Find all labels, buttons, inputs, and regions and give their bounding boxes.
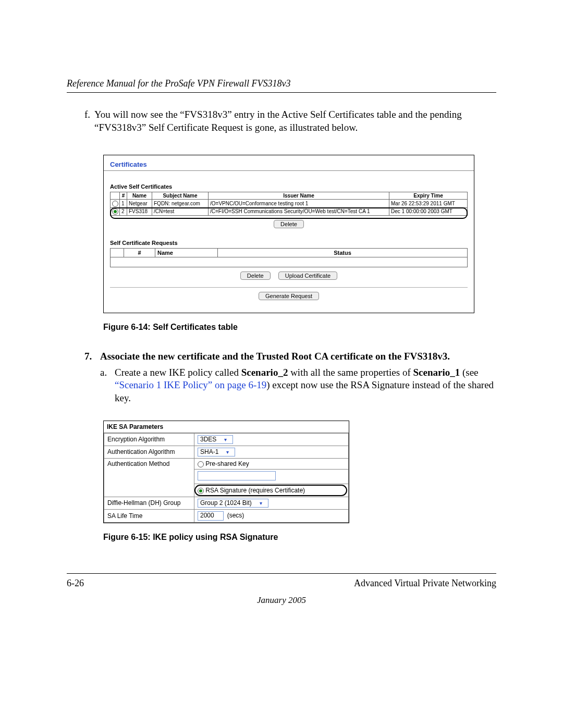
figure-6-15-caption: Figure 6-15: IKE policy using RSA Signat… [103,533,496,542]
psk-label: Pre-shared Key [205,460,249,467]
step-7-text: Associate the new certificate and the Tr… [100,350,450,363]
encryption-label: Encryption Algorithm [104,433,194,446]
figure-6-14-caption: Figure 6-14: Self Certificates table [103,323,496,332]
psk-radio[interactable] [198,461,204,467]
auth-method-label: Authentication Method [104,458,194,497]
step-7a-text: Create a new IKE policy called Scenario_… [115,366,496,405]
row2-num: 2 [120,207,127,215]
encryption-dropdown[interactable]: 3DES ▾ [198,435,233,444]
chevron-down-icon: ▾ [219,436,232,443]
table-row[interactable]: 2 FVS318 /CN=test /C=FI/O=SSH Communicat… [111,207,468,215]
self-cert-request-table: # Name Status [110,248,468,267]
psk-input[interactable] [198,471,276,480]
row1-name: Netgear [127,200,152,207]
row1-num: 1 [120,200,127,207]
auth-alg-label: Authentication Algorithm [104,446,194,458]
dh-group-dropdown[interactable]: Group 2 (1024 Bit) ▾ [198,499,268,508]
page-number: 6-26 [67,578,84,589]
footer-date: January 2005 [67,595,496,606]
certificates-panel: Certificates Active Self Certificates # … [103,155,474,313]
auth-alg-dropdown[interactable]: SHA-1 ▾ [198,448,235,456]
sa-life-input[interactable]: 2000 [198,511,224,521]
col-radio [111,192,120,200]
sa-life-unit: (secs) [227,512,244,519]
req-col-name: Name [155,249,218,257]
chevron-down-icon: ▾ [222,448,235,456]
running-header: Reference Manual for the ProSafe VPN Fir… [67,78,496,93]
delete-request-button[interactable]: Delete [240,272,271,280]
col-expiry: Expiry Time [389,192,468,200]
rsa-radio[interactable] [198,488,204,494]
row2-issuer: /C=FI/O=SSH Communications Security/OU=W… [209,207,389,215]
scenario2-label: Scenario_2 [241,367,288,378]
step-7: 7. Associate the new certificate and the… [84,350,496,363]
active-self-cert-table: # Name Subject Name Issuer Name Expiry T… [110,192,468,216]
chevron-down-icon: ▾ [255,499,268,507]
col-subject: Subject Name [152,192,209,200]
active-self-cert-heading: Active Self Certificates [110,183,468,190]
scenario1-label: Scenario_1 [413,367,460,378]
ike-sa-title: IKE SA Parameters [104,421,349,433]
step-f-text: You will now see the “FVS318v3” entry in… [94,108,496,134]
req-col-status: Status [218,249,468,257]
step-7a: a. Create a new IKE policy called Scenar… [100,366,496,405]
req-col-num: # [124,249,155,257]
row1-expiry: Mar 26 22:53:29 2011 GMT [389,200,468,207]
row1-issuer: /O=VPNC/OU=Conformance testing root 1 [209,200,389,207]
sa-life-label: SA Life Time [104,509,194,522]
row2-name: FVS318 [127,207,152,215]
auth-alg-value: SHA-1 [198,448,222,455]
delete-button[interactable]: Delete [274,220,304,228]
self-cert-request-heading: Self Certificate Requests [110,240,468,246]
dh-group-value: Group 2 (1024 Bit) [198,499,255,507]
ike-sa-panel: IKE SA Parameters Encryption Algorithm 3… [103,421,349,523]
step-7-marker: 7. [84,350,100,363]
page-footer: 6-26 Advanced Virtual Private Networking [67,573,496,589]
row2-subject: /CN=test [152,207,209,215]
row2-expiry: Dec 1 00:00:00 2003 GMT [389,207,468,215]
col-issuer: Issuer Name [209,192,389,200]
dh-group-label: Diffie-Hellman (DH) Group [104,497,194,509]
row1-radio[interactable] [112,201,118,207]
row1-subject: FQDN: netgear.com [152,200,209,207]
col-num: # [120,192,127,200]
section-title: Advanced Virtual Private Networking [354,578,496,589]
table-row[interactable]: 1 Netgear FQDN: netgear.com /O=VPNC/OU=C… [111,200,468,207]
req-empty-row [111,257,468,267]
row2-radio[interactable] [112,208,118,215]
step-7a-marker: a. [100,366,115,405]
encryption-value: 3DES [198,436,219,443]
req-col-radio [111,249,124,257]
t: with all the same properties of [288,367,413,378]
upload-certificate-button[interactable]: Upload Certificate [278,272,337,280]
step-f-marker: f. [84,108,94,134]
generate-request-button[interactable]: Generate Request [259,292,319,300]
col-name: Name [127,192,152,200]
cross-ref-link[interactable]: “Scenario 1 IKE Policy” on page 6-19 [115,379,266,390]
certificates-heading: Certificates [104,155,474,171]
step-f: f. You will now see the “FVS318v3” entry… [84,108,496,134]
t: (see [460,367,478,378]
t: Create a new IKE policy called [115,367,241,378]
rsa-label: RSA Signature (requires Certificate) [205,487,305,494]
